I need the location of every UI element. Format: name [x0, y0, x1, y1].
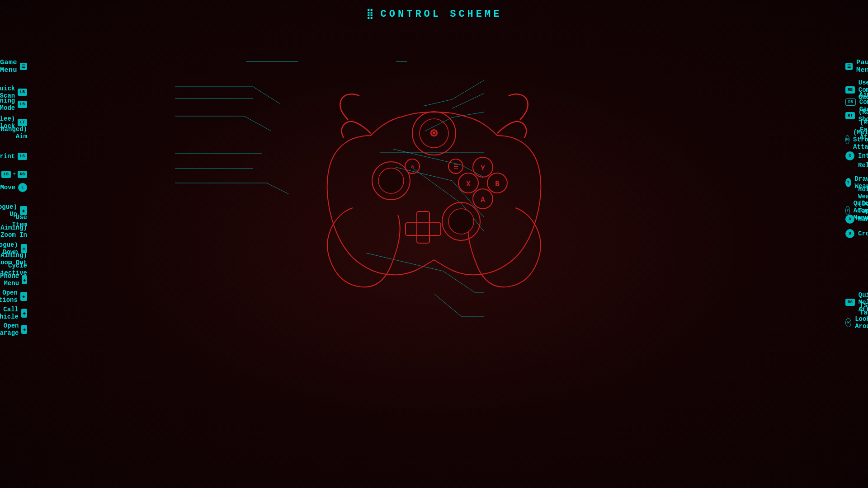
ranged-shoot-badge: RT: [845, 112, 855, 119]
svg-text:☰: ☰: [453, 164, 458, 170]
svg-text:⊙: ⊙: [410, 164, 414, 170]
move-badge: L: [18, 183, 27, 192]
photo-mode-badge-ls: LS: [1, 171, 11, 178]
svg-text:Y: Y: [481, 164, 485, 173]
open-garage-badge: ✚: [21, 325, 27, 334]
svg-text:X: X: [466, 180, 471, 188]
svg-point-35: [448, 209, 474, 234]
look-around-label: R Look Around: [845, 315, 868, 330]
reload-label: Reload: [858, 162, 868, 169]
svg-text:A: A: [481, 196, 485, 204]
pause-menu-badge: ☰: [845, 63, 853, 70]
sprint-badge: LS: [18, 153, 27, 160]
scanning-mode-badge: LB: [18, 101, 27, 108]
svg-rect-36: [417, 211, 429, 243]
photo-mode-badge-rb: RB: [18, 171, 27, 178]
phone-menu-badge: ✚: [22, 275, 27, 284]
open-garage-label: Open Garage ✚: [0, 322, 27, 337]
title-text: CONTROL SCHEME: [381, 9, 502, 20]
phone-menu-label: Phone Menu ✚: [0, 272, 27, 287]
title-icon: ⣿: [366, 8, 376, 20]
draw-weapon-badge: Y: [845, 178, 851, 187]
handbrake-badge: A: [845, 215, 854, 224]
svg-line-9: [267, 183, 289, 194]
aiming-zoom-in-label: (Aiming) Zoom In: [0, 224, 27, 239]
call-vehicle-badge: ✚: [21, 309, 27, 318]
scanning-mode-label: Scanning Mode LB: [0, 97, 27, 112]
plus-sign: +: [13, 171, 16, 178]
move-label: Move L: [0, 183, 27, 192]
svg-text:B: B: [495, 180, 500, 188]
svg-line-5: [244, 116, 271, 131]
open-notifications-badge: ✚: [20, 292, 27, 301]
sprint-label: Sprint LS: [0, 153, 27, 160]
svg-line-2: [253, 87, 280, 104]
call-vehicle-label: Call Vehicle ✚: [0, 306, 27, 320]
svg-text:⊗: ⊗: [430, 127, 438, 141]
controller-diagram: ⊗ ⊙ ☰ A B X Y: [307, 45, 561, 298]
look-around-badge: R: [845, 318, 851, 327]
aim-combat-gadget-badge: RB: [845, 99, 856, 106]
quick-melee-attack-badge: RS: [845, 299, 855, 306]
scanning-tag-target-label: (Scanning) Tag Target: [860, 302, 868, 316]
interact-label: X Interact: [845, 151, 868, 160]
svg-rect-37: [406, 223, 441, 235]
quick-access-menu-badge: Y: [845, 206, 850, 215]
svg-point-33: [378, 168, 404, 193]
interact-badge: X: [845, 151, 854, 160]
crouch-label: B Crouch: [845, 229, 868, 238]
photo-mode-label: Photo Mode LS + RB: [0, 167, 27, 182]
melee-strong-attack-label: M (Melee) Strong Attack: [845, 129, 868, 150]
crouch-badge: B: [845, 229, 854, 238]
game-menu-label: Game Menu ☰: [0, 59, 27, 74]
melee-strong-attack-badge: M: [845, 135, 849, 144]
controller-svg: ⊗ ⊙ ☰ A B X Y: [307, 45, 561, 298]
page-title: ⣿ CONTROL SCHEME: [366, 8, 502, 20]
ranged-aim-label: (Ranged) Aim: [0, 126, 27, 140]
handbrake-label: A Handbrake: [845, 215, 868, 224]
game-menu-badge: ☰: [20, 63, 27, 70]
open-notifications-label: Open Notifications ✚: [0, 289, 27, 304]
quick-scan-badge: LB: [18, 89, 27, 96]
pause-menu-label: ☰ Pause Menu: [845, 59, 868, 74]
melee-block-badge: LT: [18, 119, 27, 126]
